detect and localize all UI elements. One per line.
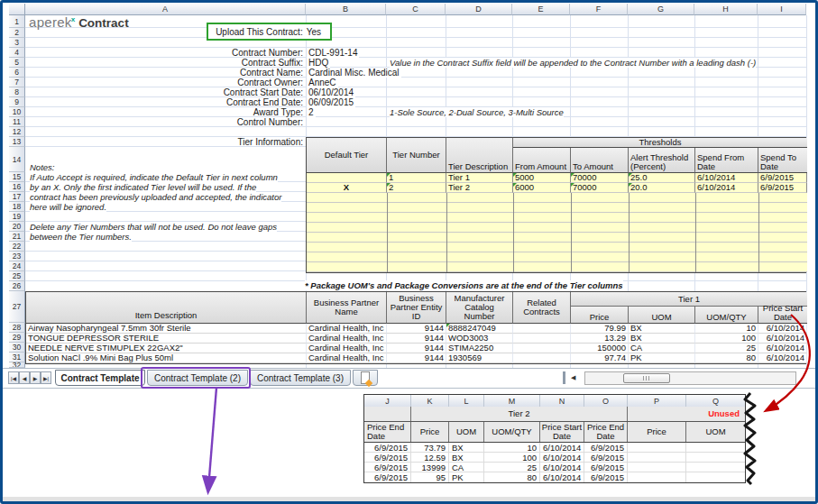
cell[interactable]: 79.99 xyxy=(571,324,629,334)
row-header-9[interactable]: 9 xyxy=(9,97,25,107)
tab-nav-last-button[interactable]: ▶| xyxy=(41,371,51,384)
cell[interactable]: 6/9/2015 xyxy=(364,463,411,472)
row-header-13[interactable]: 13 xyxy=(9,137,25,147)
cell[interactable] xyxy=(628,453,686,463)
row-header-15[interactable]: 15 xyxy=(9,172,25,182)
cell[interactable]: 6/10/2014 xyxy=(540,463,584,472)
cell[interactable]: BX xyxy=(449,453,484,463)
award-type-value[interactable]: 2 xyxy=(307,107,316,117)
row-header-22[interactable]: 22 xyxy=(9,242,25,252)
column-header-Q[interactable]: Q xyxy=(686,395,745,407)
cell[interactable]: 6/10/2014 xyxy=(540,443,584,453)
cell[interactable]: Cardinal Health, Inc xyxy=(307,353,387,363)
cell[interactable]: STIMA2250 xyxy=(446,344,513,353)
cell[interactable]: Airway Nasopharyngeal 7.5mm 30fr Sterile xyxy=(26,324,307,334)
cell[interactable]: 150000 xyxy=(571,344,629,353)
row-header-12[interactable]: 12 xyxy=(9,127,25,137)
row-header-14[interactable]: 14 xyxy=(9,147,25,172)
cell[interactable] xyxy=(513,353,571,363)
cell[interactable]: 10 xyxy=(695,324,758,334)
row-header-27[interactable]: 27 xyxy=(9,291,25,323)
cell[interactable]: X xyxy=(307,183,387,193)
contract-end-date-value[interactable]: 06/09/2015 xyxy=(307,97,355,107)
cell[interactable]: 9144 xyxy=(387,344,446,353)
column-header-E[interactable]: E xyxy=(512,4,570,15)
row-header-24[interactable]: 24 xyxy=(9,261,25,271)
row-header-30[interactable]: 30 xyxy=(9,343,25,353)
cell[interactable]: 70000 xyxy=(571,173,629,183)
scrollbar-thumb[interactable] xyxy=(623,373,670,383)
cell[interactable]: 80 xyxy=(484,472,540,482)
cell[interactable]: 100 xyxy=(695,334,758,344)
cell[interactable]: 6/10/2014 xyxy=(695,173,758,183)
cell[interactable]: 1 xyxy=(387,173,446,183)
cell[interactable]: 25 xyxy=(695,344,758,353)
column-header-H[interactable]: H xyxy=(694,4,758,15)
column-header-K[interactable]: K xyxy=(411,395,449,407)
cell[interactable]: 6/9/2015 xyxy=(584,463,628,472)
cell[interactable]: 9144 xyxy=(387,353,446,363)
column-header-O[interactable]: O xyxy=(584,395,628,407)
cell[interactable]: Tier 2 xyxy=(446,183,513,193)
cell[interactable] xyxy=(628,472,686,482)
contract-number-value[interactable]: CDL-991-14 xyxy=(307,48,359,58)
column-header-G[interactable]: G xyxy=(628,4,694,15)
cell[interactable] xyxy=(513,334,571,344)
cell[interactable]: 6/9/2015 xyxy=(758,173,807,183)
cell[interactable]: 6/10/2014 xyxy=(758,353,807,363)
row-header-19[interactable]: 19 xyxy=(9,212,25,222)
cell[interactable]: 6/10/2014 xyxy=(758,324,807,334)
cell[interactable]: CA xyxy=(629,344,695,353)
cell[interactable]: BX xyxy=(629,324,695,334)
cell[interactable]: 6/9/2015 xyxy=(364,472,411,482)
cell[interactable]: CA xyxy=(449,463,484,472)
row-header-17[interactable]: 17 xyxy=(9,192,25,202)
row-header-3[interactable]: 3 xyxy=(9,38,25,48)
cell[interactable]: 6/10/2014 xyxy=(695,183,758,193)
row-header-strip[interactable]: 1234567891011121314151617181920212223242… xyxy=(9,15,25,368)
empty-row[interactable] xyxy=(307,213,807,223)
empty-row[interactable] xyxy=(307,252,807,262)
cell[interactable]: 9144 xyxy=(387,334,446,344)
cell[interactable]: WOD3003 xyxy=(446,334,513,344)
tab-scroll-splitter[interactable] xyxy=(562,371,565,384)
empty-row[interactable] xyxy=(307,193,807,203)
row-header-7[interactable]: 7 xyxy=(9,78,25,87)
cell[interactable]: 6/9/2015 xyxy=(758,183,807,193)
cell[interactable]: 25 xyxy=(484,463,540,472)
row-header-11[interactable]: 11 xyxy=(9,117,25,127)
row-header-6[interactable]: 6 xyxy=(9,68,25,78)
contract-start-date-value[interactable]: 06/10/2014 xyxy=(307,87,355,97)
column-header-P[interactable]: P xyxy=(628,395,686,407)
row-header-26[interactable]: 26 xyxy=(9,281,25,291)
column-header-D[interactable]: D xyxy=(446,4,512,15)
horizontal-scrollbar[interactable] xyxy=(584,371,796,385)
contract-owner-value[interactable]: AnneC xyxy=(307,78,338,87)
cell[interactable]: 5000 xyxy=(513,173,571,183)
column-header-N[interactable]: N xyxy=(540,395,584,407)
scroll-left-icon[interactable]: ◀ xyxy=(571,374,575,381)
contract-suffix-value[interactable]: HDQ xyxy=(307,58,330,68)
cell[interactable] xyxy=(628,463,686,472)
empty-row[interactable] xyxy=(307,203,807,213)
column-header-J[interactable]: J xyxy=(364,395,411,407)
cell[interactable]: 8888247049 xyxy=(446,324,513,334)
column-header-I[interactable]: I xyxy=(758,4,806,15)
tab-contract-template[interactable]: Contract Template xyxy=(55,370,145,386)
cell[interactable]: Cardinal Health, Inc xyxy=(307,334,387,344)
cell[interactable]: 12.59 xyxy=(411,453,449,463)
column-header-L[interactable]: L xyxy=(449,395,484,407)
column-header-B[interactable]: B xyxy=(306,4,386,15)
cell[interactable]: 1930569 xyxy=(446,353,513,363)
cell[interactable] xyxy=(686,453,745,463)
empty-row[interactable] xyxy=(307,233,807,243)
cell[interactable] xyxy=(686,472,745,482)
cell[interactable] xyxy=(628,443,686,453)
row-header-10[interactable]: 10 xyxy=(9,107,25,117)
contract-name-value[interactable]: Cardinal Misc. Medical xyxy=(307,68,401,78)
cell[interactable]: Solution NaCl .9% Mini Bag Plus 50ml xyxy=(26,353,307,363)
cell[interactable]: 9144 xyxy=(387,324,446,334)
cell[interactable]: NEEDLE NERVE STIMUPLEX 22GAX2" xyxy=(26,344,307,353)
insert-worksheet-tab[interactable] xyxy=(353,370,378,386)
upload-contract-value[interactable]: Yes xyxy=(307,27,321,37)
